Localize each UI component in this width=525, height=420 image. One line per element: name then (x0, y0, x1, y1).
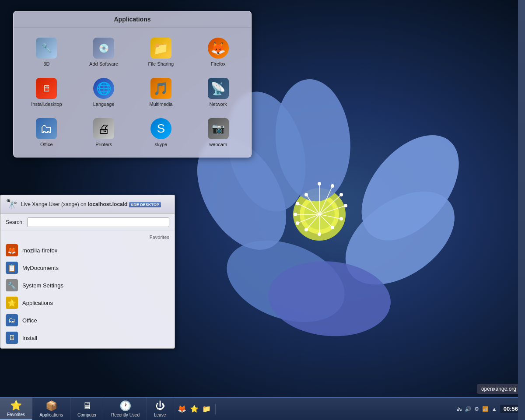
quick-firefox[interactable]: 🦊 (177, 404, 187, 414)
svg-line-22 (298, 203, 319, 214)
app-label-3d: 3D (43, 61, 49, 66)
taskbar-btn-computer[interactable]: 🖥Computer (70, 398, 104, 420)
svg-point-28 (340, 217, 343, 220)
app-label-multimedia: Multimedia (149, 102, 172, 107)
svg-point-27 (344, 204, 347, 207)
app-icon-multimedia: 🎵 (150, 78, 172, 99)
kde-menu-item-firefox[interactable]: 🦊mozilla-firefox (0, 242, 175, 259)
app-item-install-desktop[interactable]: 🖥Install.desktop (20, 74, 73, 110)
quick-folder[interactable]: 📁 (201, 404, 212, 414)
app-item-3d[interactable]: 🔧3D (20, 34, 73, 70)
app-icon-file-sharing: 📁 (150, 38, 172, 59)
svg-line-19 (306, 214, 319, 230)
kde-menu-icon-install: 🖥 (6, 332, 18, 344)
app-icon-add-software: 💿 (93, 38, 114, 59)
kde-menu-item-office[interactable]: 🗂Office (0, 312, 175, 329)
kde-search-input[interactable] (27, 217, 169, 227)
app-item-language[interactable]: 🌐Language (77, 74, 130, 110)
taskbar-btn-applications[interactable]: 📦Applications (32, 398, 70, 420)
svg-point-29 (331, 226, 334, 229)
svg-point-4 (304, 199, 335, 230)
kde-menu-label-settings: System Settings (22, 282, 63, 289)
svg-point-2 (293, 188, 346, 241)
kde-menu-content: Favorites 🦊mozilla-firefox📋MyDocuments🔧S… (0, 231, 175, 348)
taskbar-left: ⭐Favorites📦Applications🖥Computer🕐Recentl… (0, 398, 173, 420)
app-icon-office: 🗂 (36, 118, 57, 139)
tray-wifi-icon[interactable]: 📶 (482, 405, 490, 413)
tray-arrow-up[interactable]: ▲ (490, 405, 498, 413)
kde-menu-item-settings[interactable]: 🔧System Settings (0, 276, 175, 294)
taskbar-btn-icon-applications: 📦 (46, 400, 57, 412)
kde-menu-item-applications[interactable]: ⭐Applications (0, 294, 175, 312)
taskbar-btn-icon-computer: 🖥 (82, 400, 92, 412)
kde-menu-item-mydocs[interactable]: 📋MyDocuments (0, 259, 175, 276)
svg-point-24 (318, 182, 321, 186)
svg-point-9 (343, 117, 478, 259)
tray-sound-icon[interactable]: 🔊 (464, 405, 472, 413)
desktop: Applications 🔧3D💿Add Software📁File Shari… (0, 0, 525, 420)
taskbar: ⭐Favorites📦Applications🖥Computer🕐Recentl… (0, 397, 525, 420)
app-item-file-sharing[interactable]: 📁File Sharing (135, 34, 188, 70)
quick-launch: 🦊 ⭐ 📁 (173, 404, 216, 414)
scrollbar[interactable] (518, 0, 525, 420)
app-icon-webcam: 📷 (208, 118, 229, 139)
taskbar-btn-label-recently-used: Recently Used (111, 413, 140, 417)
taskbar-btn-recently-used[interactable]: 🕐Recently Used (104, 398, 147, 420)
kde-badge: KDE DESKTOP (129, 202, 161, 207)
app-item-printers[interactable]: 🖨Printers (77, 115, 130, 150)
svg-line-23 (306, 195, 319, 214)
taskbar-right: 🖧 🔊 ⚙ 📶 ▲ 00:56 (452, 405, 525, 413)
taskbar-btn-favorites[interactable]: ⭐Favorites (0, 398, 32, 420)
svg-point-10 (265, 256, 394, 341)
svg-point-31 (304, 228, 308, 231)
apps-window-title: Applications (14, 11, 251, 28)
app-label-install-desktop: Install.desktop (31, 102, 62, 107)
kde-menu-icon-applications: ⭐ (6, 297, 18, 309)
app-label-firefox: Firefox (211, 61, 226, 66)
svg-point-33 (294, 213, 297, 216)
svg-line-15 (319, 206, 346, 214)
applications-window: Applications 🔧3D💿Add Software📁File Shari… (13, 11, 252, 158)
taskbar-tray: 🖧 🔊 ⚙ 📶 ▲ (455, 405, 498, 413)
app-icon-firefox: 🦊 (208, 38, 229, 59)
taskbar-btn-icon-leave: ⏻ (155, 400, 165, 412)
svg-line-17 (319, 214, 332, 228)
taskbar-btn-leave[interactable]: ⏻Leave (147, 398, 173, 420)
kde-search-label: Search: (6, 219, 24, 225)
app-item-network[interactable]: 📡Network (192, 74, 245, 110)
svg-point-30 (318, 232, 321, 236)
svg-point-7 (215, 225, 356, 337)
app-item-webcam[interactable]: 📷webcam (192, 115, 245, 150)
tray-settings-icon[interactable]: ⚙ (473, 405, 481, 413)
app-item-multimedia[interactable]: 🎵Multimedia (135, 74, 188, 110)
app-icon-network: 📡 (208, 78, 229, 99)
app-item-skype[interactable]: Sskype (135, 115, 188, 150)
app-item-add-software[interactable]: 💿Add Software (77, 34, 130, 70)
svg-line-14 (319, 195, 341, 214)
kde-menu-icon-mydocs: 📋 (6, 262, 18, 274)
app-label-webcam: webcam (209, 142, 227, 147)
svg-point-6 (329, 172, 472, 304)
svg-line-13 (319, 186, 332, 214)
app-label-language: Language (93, 102, 115, 107)
kde-menu-host: localhost.locald (88, 201, 128, 207)
quick-star[interactable]: ⭐ (189, 404, 200, 414)
kde-menu: 🔭 Live Xange User (xange) on localhost.l… (0, 195, 175, 349)
svg-point-3 (300, 195, 339, 234)
apps-grid: 🔧3D💿Add Software📁File Sharing🦊Firefox🖥In… (14, 28, 251, 157)
kde-menu-label-office: Office (22, 317, 37, 324)
app-item-firefox[interactable]: 🦊Firefox (192, 34, 245, 70)
kde-menu-label-install: Install (22, 335, 37, 341)
tray-network-icon[interactable]: 🖧 (455, 405, 463, 413)
svg-point-32 (296, 221, 299, 225)
kde-menu-icon-settings: 🔧 (6, 279, 18, 291)
kde-menu-item-install[interactable]: 🖥Install (0, 329, 175, 346)
svg-point-34 (296, 202, 299, 205)
app-icon-3d: 🔧 (36, 38, 57, 59)
app-label-office: Office (40, 142, 53, 147)
kde-menu-label-firefox: mozilla-firefox (22, 247, 57, 254)
app-label-file-sharing: File Sharing (148, 61, 174, 66)
app-item-office[interactable]: 🗂Office (20, 115, 73, 150)
taskbar-btn-icon-favorites: ⭐ (10, 400, 22, 411)
svg-point-25 (331, 184, 334, 188)
